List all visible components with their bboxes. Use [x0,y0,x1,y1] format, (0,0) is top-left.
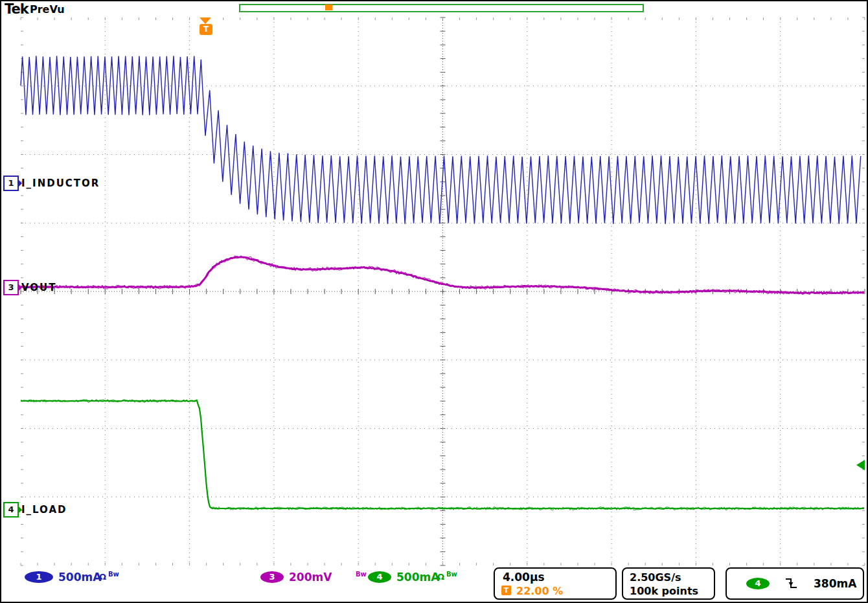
ch4-label: I_LOAD [21,504,67,516]
ch3-position-marker: 3 [3,280,19,295]
ch1-scale: 500mA [58,571,101,584]
ch4-scale: 500mA [396,571,439,584]
trigger-position-arrow-icon [200,17,211,24]
timebase-value: 4.00µs [503,571,545,584]
horizontal-settings-box: 4.00µs T 22.00 % [494,567,617,600]
ch1-badge: 1 [25,571,53,583]
ch3-badge: 3 [260,571,284,583]
sample-rate: 2.50GS/s [630,571,681,584]
ch3-label: VOUT [21,282,57,293]
ch4-position-marker: 4 [3,502,19,518]
ch1-label: I_INDUCTOR [21,177,100,189]
trigger-position-percent: 22.00 % [516,585,563,597]
ch4-bandwidth-icon: Bw [446,571,457,578]
trigger-level-arrow-icon [856,460,865,470]
ch1-bandwidth-icon: Bw [108,571,119,578]
ch4-coupling-icon: Ω [437,572,444,582]
scope-screen: Tek PreVu T 1 3 4 I_INDUCTOR VOUT I_LOAD… [0,0,868,603]
ch1-position-marker: 1 [3,176,19,191]
trigger-settings-box: 4 380mA [725,567,864,600]
ch3-scale: 200mV [289,571,332,584]
record-length: 100k points [630,585,698,597]
ch1-coupling-icon: Ω [99,572,106,582]
falling-edge-icon [784,577,798,590]
ch4-badge: 4 [368,571,391,583]
acquisition-settings-box: 2.50GS/s 100k points [622,567,715,600]
waveform-display [1,1,868,603]
trigger-position-flag: T [200,24,212,35]
ch3-bandwidth-icon: Bw [356,571,367,578]
trigger-level-value: 380mA [814,577,856,590]
trigger-source-badge: 4 [746,578,770,589]
status-bar: 1 500mA Ω Bw 3 200mV Bw 4 500mA Ω Bw 4.0… [1,567,867,603]
trigger-position-icon: T [501,586,511,595]
